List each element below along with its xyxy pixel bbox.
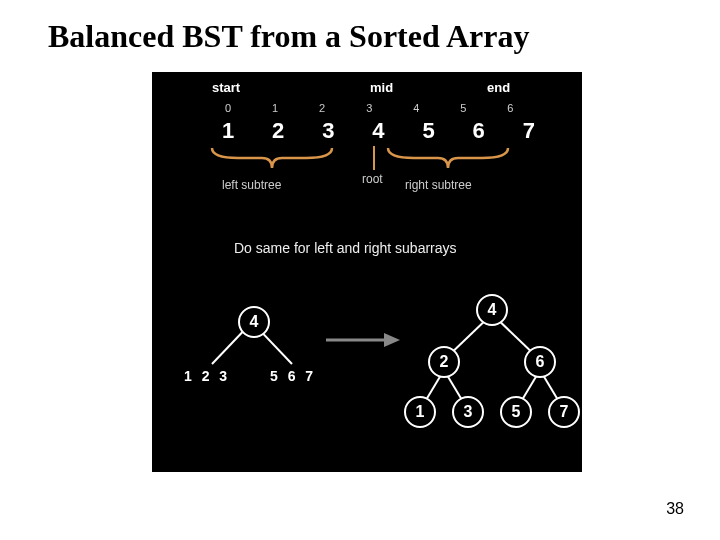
partial-left-leaf: 1 2 3 — [184, 368, 230, 384]
diagram-figure: start mid end 0 1 2 3 4 5 6 1 2 3 4 5 6 … — [152, 72, 582, 472]
array-cell: 5 — [407, 118, 451, 144]
partial-right-leaf: 5 6 7 — [270, 368, 316, 384]
array-cell: 2 — [256, 118, 300, 144]
arrow-icon — [322, 328, 402, 352]
page-number: 38 — [666, 500, 684, 518]
right-subtree-label: right subtree — [405, 178, 472, 192]
tree-node-2: 2 — [428, 346, 460, 378]
root-label: root — [362, 172, 383, 186]
index-cell: 2 — [300, 102, 344, 114]
right-brace — [384, 148, 512, 170]
tree-node-6: 6 — [524, 346, 556, 378]
tree-node-4: 4 — [476, 294, 508, 326]
array-cell: 7 — [507, 118, 551, 144]
svg-marker-3 — [384, 333, 400, 347]
partial-root-node: 4 — [238, 306, 270, 338]
array-cell: 3 — [306, 118, 350, 144]
index-cell: 3 — [347, 102, 391, 114]
end-label: end — [487, 80, 510, 95]
array-cell: 6 — [457, 118, 501, 144]
mid-label: mid — [370, 80, 393, 95]
left-subtree-label: left subtree — [222, 178, 281, 192]
index-cell: 0 — [206, 102, 250, 114]
index-cell: 6 — [488, 102, 532, 114]
array-cell: 4 — [356, 118, 400, 144]
tree-node-5: 5 — [500, 396, 532, 428]
slide-title: Balanced BST from a Sorted Array — [0, 0, 720, 55]
root-connector — [373, 146, 375, 170]
index-cell: 1 — [253, 102, 297, 114]
tree-node-3: 3 — [452, 396, 484, 428]
start-label: start — [212, 80, 240, 95]
tree-node-1: 1 — [404, 396, 436, 428]
array-cell: 1 — [206, 118, 250, 144]
array-row: 1 2 3 4 5 6 7 — [206, 118, 551, 144]
index-cell: 4 — [394, 102, 438, 114]
index-row: 0 1 2 3 4 5 6 — [206, 102, 532, 114]
subarrays-caption: Do same for left and right subarrays — [234, 240, 457, 256]
left-brace — [208, 148, 336, 170]
tree-node-7: 7 — [548, 396, 580, 428]
index-cell: 5 — [441, 102, 485, 114]
